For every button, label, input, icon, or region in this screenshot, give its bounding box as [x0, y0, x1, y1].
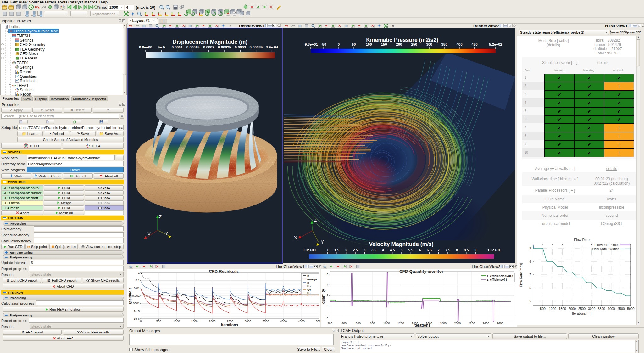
svg-text:7: 7 — [438, 248, 440, 252]
svg-text:150: 150 — [381, 42, 387, 46]
svg-text:8.5: 8.5 — [464, 248, 469, 252]
svg-text:Flow Rate: Flow Rate — [574, 238, 590, 242]
svg-text:2: 2 — [327, 294, 328, 297]
svg-text:0.00025: 0.00025 — [218, 45, 231, 49]
svg-text:1500: 1500 — [559, 307, 566, 311]
svg-text:iterations: iterations — [414, 323, 430, 327]
svg-text:CFD Residuals: CFD Residuals — [209, 269, 239, 274]
svg-text:4500: 4500 — [617, 307, 625, 311]
svg-text:Y: Y — [165, 230, 168, 236]
svg-text:7: 7 — [529, 273, 531, 277]
svg-text:300: 300 — [426, 42, 432, 46]
svg-text:omega: omega — [307, 277, 317, 281]
svg-text:1000: 1000 — [173, 319, 180, 323]
svg-text:3.9e-04: 3.9e-04 — [266, 45, 278, 49]
svg-text:1200: 1200 — [397, 322, 404, 325]
svg-text:4000: 4000 — [608, 307, 615, 311]
svg-text:Z: Z — [159, 214, 162, 219]
svg-text:1000: 1000 — [549, 307, 557, 311]
svg-text:2400: 2400 — [482, 322, 489, 325]
svg-text:500: 500 — [156, 319, 161, 323]
svg-text:Flow Rate - Inlet: Flow Rate - Inlet — [595, 243, 619, 247]
svg-text:0.0e+00: 0.0e+00 — [139, 45, 152, 49]
svg-text:3000: 3000 — [588, 307, 596, 311]
svg-text:6: 6 — [327, 272, 328, 276]
svg-text:1_efficiency(-): 1_efficiency(-) — [487, 278, 507, 281]
svg-text:2000: 2000 — [454, 322, 461, 325]
svg-text:0.01: 0.01 — [134, 286, 140, 290]
svg-text:3.5: 3.5 — [371, 248, 377, 252]
svg-text:2: 2 — [345, 248, 347, 252]
svg-text:1_efficiency-avg(-): 1_efficiency-avg(-) — [487, 274, 513, 277]
svg-text:200: 200 — [396, 42, 402, 46]
svg-text:2600: 2600 — [497, 322, 503, 325]
svg-text:3: 3 — [364, 248, 365, 252]
svg-text:1800: 1800 — [440, 322, 447, 325]
svg-text:5000: 5000 — [627, 307, 635, 311]
svg-text:0: 0 — [338, 42, 340, 46]
svg-text:100: 100 — [366, 42, 372, 46]
svg-text:2500: 2500 — [578, 307, 586, 311]
svg-text:9: 9 — [529, 246, 531, 250]
svg-text:9: 9 — [475, 248, 476, 252]
svg-text:1e-6: 1e-6 — [134, 317, 140, 320]
svg-text:2200: 2200 — [468, 322, 475, 325]
svg-text:-50: -50 — [321, 42, 326, 46]
svg-text:2500: 2500 — [227, 319, 233, 323]
svg-text:Z: Z — [314, 217, 317, 223]
svg-text:400: 400 — [456, 42, 462, 46]
svg-text:7.5: 7.5 — [445, 248, 451, 252]
svg-text:1000: 1000 — [383, 322, 390, 325]
svg-text:Y: Y — [321, 239, 324, 244]
svg-text:1: 1 — [327, 248, 329, 252]
svg-text:Iterations [ - ]: Iterations [ - ] — [572, 311, 591, 315]
svg-text:0.00015: 0.00015 — [186, 45, 200, 49]
svg-text:Uy: Uy — [307, 288, 311, 291]
svg-text:6.5: 6.5 — [427, 248, 432, 252]
svg-text:1.5: 1.5 — [334, 248, 340, 252]
svg-text:800: 800 — [370, 322, 375, 325]
svg-text:Velocity Magnitude (m/s): Velocity Magnitude (m/s) — [369, 241, 433, 247]
svg-text:Displacement Magnitude (m): Displacement Magnitude (m) — [173, 39, 247, 45]
svg-text:0.0001: 0.0001 — [172, 45, 183, 49]
svg-text:4: 4 — [382, 248, 384, 252]
svg-text:0.1: 0.1 — [136, 278, 140, 282]
svg-text:600: 600 — [356, 322, 361, 325]
svg-text:0: 0 — [327, 304, 328, 308]
svg-text:4500: 4500 — [298, 319, 305, 323]
svg-text:1e-5: 1e-5 — [134, 309, 140, 313]
svg-text:Flow Rate [m³/s]: Flow Rate [m³/s] — [519, 263, 523, 287]
svg-text:Uz: Uz — [307, 291, 311, 295]
svg-text:residuals: residuals — [128, 287, 132, 304]
svg-text:k: k — [307, 274, 309, 277]
svg-text:250: 250 — [411, 42, 417, 46]
svg-text:5.5: 5.5 — [408, 248, 414, 252]
svg-text:2.5: 2.5 — [353, 248, 358, 252]
svg-text:4: 4 — [327, 283, 328, 286]
svg-text:0: 0 — [140, 319, 142, 323]
svg-text:p: p — [307, 281, 309, 284]
svg-text:1: 1 — [138, 271, 140, 274]
svg-text:4000: 4000 — [280, 319, 287, 323]
svg-text:0.00035: 0.00035 — [250, 45, 263, 49]
svg-text:2000: 2000 — [209, 319, 215, 323]
svg-text:0.0e+00: 0.0e+00 — [303, 248, 316, 252]
svg-text:0.0002: 0.0002 — [203, 45, 214, 49]
svg-text:Ux: Ux — [307, 284, 311, 288]
svg-text:3000: 3000 — [245, 319, 251, 323]
svg-text:450: 450 — [471, 42, 477, 46]
svg-text:5e-5: 5e-5 — [158, 45, 165, 49]
svg-text:1500: 1500 — [191, 319, 198, 323]
svg-text:5000: 5000 — [316, 319, 320, 323]
svg-text:4.5: 4.5 — [390, 248, 395, 252]
svg-text:quantity: quantity — [321, 289, 325, 304]
svg-text:3500: 3500 — [598, 307, 605, 311]
svg-text:200: 200 — [327, 322, 332, 325]
svg-text:iterations: iterations — [221, 323, 238, 327]
svg-text:5: 5 — [529, 299, 531, 303]
svg-text:400: 400 — [341, 322, 347, 325]
svg-text:2000: 2000 — [569, 307, 576, 311]
svg-text:50: 50 — [352, 42, 356, 46]
svg-text:Kinematic Pressure (m2/s2): Kinematic Pressure (m2/s2) — [366, 37, 438, 43]
svg-text:8: 8 — [529, 260, 531, 263]
